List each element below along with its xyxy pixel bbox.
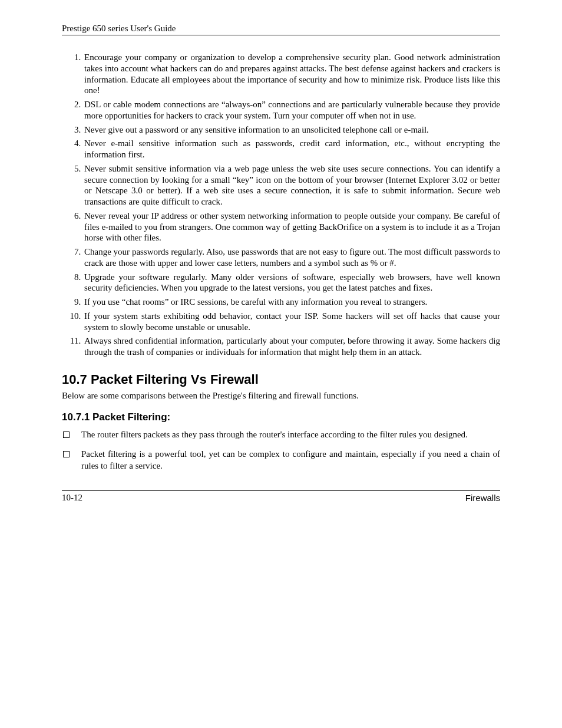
list-item: Packet filtering is a powerful tool, yet… [62, 449, 500, 472]
security-tips-list: Encourage your company or organization t… [62, 52, 500, 358]
page-footer: 10-12 Firewalls [62, 490, 500, 503]
footer-page-number: 10-12 [62, 493, 82, 503]
list-item: Always shred confidential information, p… [83, 335, 500, 358]
list-item: If you use “chat rooms” or IRC sessions,… [83, 297, 500, 308]
page: Prestige 650 series User's Guide Encoura… [0, 0, 562, 503]
section-intro: Below are some comparisons between the P… [62, 391, 500, 401]
list-item: Encourage your company or organization t… [83, 52, 500, 96]
packet-filtering-list: The router filters packets as they pass … [62, 429, 500, 472]
checkbox-icon [63, 451, 70, 457]
list-item: Never e-mail sensitive information such … [83, 138, 500, 160]
subsection-heading: 10.7.1 Packet Filtering: [62, 411, 500, 423]
list-item: Change your passwords regularly. Also, u… [83, 246, 500, 269]
list-item: The router filters packets as they pass … [62, 429, 500, 441]
section-heading: 10.7 Packet Filtering Vs Firewall [62, 372, 500, 387]
checkbox-icon [63, 431, 70, 438]
list-item: If your system starts exhibiting odd beh… [83, 311, 500, 333]
list-item-text: Packet filtering is a powerful tool, yet… [81, 449, 500, 472]
page-header: Prestige 650 series User's Guide [62, 24, 500, 35]
list-item: Never submit sensitive information via a… [83, 163, 500, 207]
list-item: Never give out a password or any sensiti… [83, 124, 500, 136]
list-item: Never reveal your IP address or other sy… [83, 210, 500, 243]
list-item: DSL or cable modem connections are “alwa… [83, 99, 500, 121]
list-item-text: The router filters packets as they pass … [81, 429, 500, 441]
list-item: Upgrade your software regularly. Many ol… [83, 272, 500, 294]
footer-section-name: Firewalls [465, 493, 500, 503]
